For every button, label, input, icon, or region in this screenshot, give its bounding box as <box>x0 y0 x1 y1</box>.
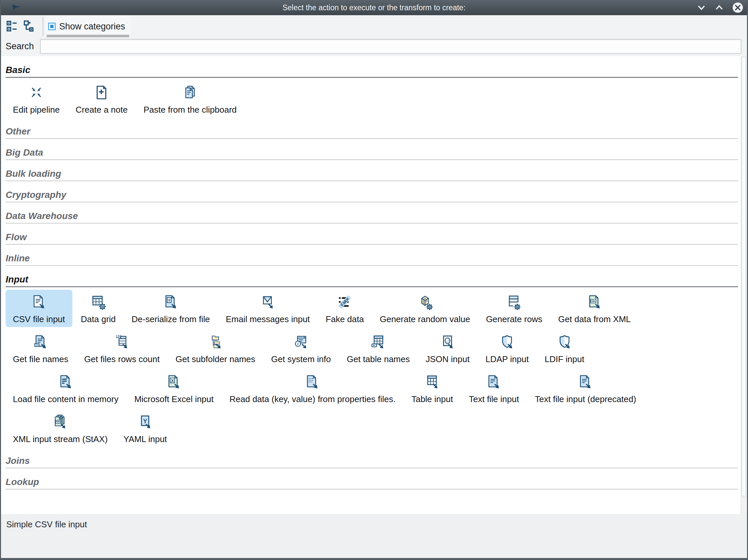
search-input[interactable] <box>40 39 741 54</box>
checkbox-checked-icon[interactable] <box>48 22 56 30</box>
item-label: Generate rows <box>486 314 542 324</box>
category-header-data-warehouse[interactable]: Data Warehouse <box>6 211 738 221</box>
item-get-subfolder-names[interactable]: Get subfolder names <box>168 330 262 367</box>
item-label: Table input <box>412 394 453 405</box>
tree-view-icon[interactable] <box>22 19 37 34</box>
item-read-data-key-value-from-properties-files[interactable]: Read data (key, value) from properties f… <box>222 370 403 407</box>
category-flow: Flow <box>6 232 738 244</box>
tab-underline <box>47 35 129 37</box>
category-big-data: Big Data <box>6 147 738 160</box>
status-bar: Simple CSV file input <box>1 514 747 558</box>
item-load-file-content-in-memory[interactable]: Load file content in memory <box>6 370 125 407</box>
category-bulk-loading: Bulk loading <box>6 169 738 181</box>
item-get-file-names[interactable]: Get file names <box>6 330 76 367</box>
chevron-up-icon[interactable] <box>714 3 725 12</box>
ldap-input-icon <box>499 334 515 351</box>
item-table-input[interactable]: Table input <box>404 370 461 407</box>
item-paste-from-the-clipboard[interactable]: Paste from the clipboard <box>136 80 244 118</box>
xml-input-stream-stax-icon: XML <box>52 414 68 431</box>
category-header-basic[interactable]: Basic <box>6 65 738 75</box>
status-text: Simple CSV file input <box>1 514 747 530</box>
item-text-file-input-deprecated[interactable]: Text file input (deprecated) <box>528 370 643 407</box>
item-create-a-note[interactable]: Create a note <box>68 80 135 118</box>
item-ldap-input[interactable]: LDAP input <box>478 330 536 367</box>
dialog-window: Select the action to execute or the tran… <box>0 0 748 560</box>
item-row: XMLXML input stream (StAX)YYAML input <box>6 410 738 447</box>
category-header-joins[interactable]: Joins <box>6 456 738 466</box>
category-header-other[interactable]: Other <box>6 126 738 137</box>
item-label: Get data from XML <box>558 314 631 324</box>
search-row: Search <box>1 39 747 54</box>
scrollbar-thumb[interactable] <box>742 57 746 496</box>
item-fake-data[interactable]: FakeFake data <box>318 290 371 327</box>
item-get-system-info[interactable]: iGet system info <box>264 330 338 367</box>
category-header-big-data[interactable]: Big Data <box>6 147 738 158</box>
category-other: Other <box>6 126 738 139</box>
category-basic: BasicEdit pipelineCreate a notePaste fro… <box>6 65 738 118</box>
item-label: Get subfolder names <box>176 354 255 364</box>
item-microsoft-excel-input[interactable]: XMicrosoft Excel input <box>127 370 221 407</box>
item-text-file-input[interactable]: Text file input <box>462 370 526 407</box>
get-file-names-icon <box>33 334 49 351</box>
item-label: CSV file input <box>13 314 65 324</box>
item-label: Get table names <box>347 354 410 364</box>
top-band: Show categories Search <box>1 15 747 56</box>
text-file-input-icon <box>486 374 502 391</box>
item-label: Text file input <box>469 394 519 405</box>
category-header-lookup[interactable]: Lookup <box>6 477 738 487</box>
chevron-down-icon[interactable] <box>696 3 707 12</box>
item-csv-file-input[interactable]: CSV file input <box>6 290 72 327</box>
toolbar-separator <box>43 17 43 36</box>
item-json-input[interactable]: JSON input <box>418 330 477 367</box>
item-email-messages-input[interactable]: Email messages input <box>218 290 317 327</box>
scrollbar[interactable] <box>741 56 747 514</box>
category-divider <box>6 181 738 181</box>
json-input-icon <box>440 334 455 351</box>
get-table-names-icon <box>370 334 386 351</box>
item-row: Edit pipelineCreate a notePaste from the… <box>6 80 738 118</box>
svg-text:X: X <box>171 378 174 383</box>
item-data-grid[interactable]: Data grid <box>74 290 123 327</box>
item-row: Load file content in memoryXMicrosoft Ex… <box>6 370 738 407</box>
item-label: Get file names <box>13 354 68 364</box>
category-header-inline[interactable]: Inline <box>6 253 738 264</box>
category-divider <box>6 223 738 223</box>
category-joins: Joins <box>6 456 738 468</box>
item-get-data-from-xml[interactable]: XMLGet data from XML <box>551 290 638 327</box>
category-divider <box>6 202 738 202</box>
item-label: Fake data <box>326 314 364 324</box>
item-label: Load file content in memory <box>13 394 118 405</box>
create-note-icon <box>94 84 110 101</box>
category-cryptography: Cryptography <box>6 190 738 202</box>
paste-clipboard-icon <box>182 84 198 101</box>
item-generate-random-value[interactable]: Generate random value <box>373 290 477 327</box>
list-view-icon[interactable] <box>5 19 20 34</box>
get-data-from-xml-icon: XML <box>587 294 603 311</box>
item-label: Paste from the clipboard <box>143 105 237 115</box>
dialog-title: Select the action to execute or the tran… <box>1 0 747 15</box>
get-subfolder-names-icon <box>208 334 224 351</box>
item-generate-rows[interactable]: Generate rows <box>478 290 550 327</box>
category-header-flow[interactable]: Flow <box>6 232 738 243</box>
category-input: InputCSV file inputData grid#De-serializ… <box>6 274 738 447</box>
category-header-bulk-loading[interactable]: Bulk loading <box>6 169 738 179</box>
category-divider <box>6 139 738 139</box>
item-xml-input-stream-stax[interactable]: XMLXML input stream (StAX) <box>6 410 115 447</box>
close-icon[interactable] <box>732 2 744 14</box>
item-label: YAML input <box>124 434 167 444</box>
item-label: Text file input (deprecated) <box>535 394 636 405</box>
read-properties-file-icon <box>304 374 320 391</box>
item-yaml-input[interactable]: YYAML input <box>116 410 174 447</box>
item-get-files-rows-count[interactable]: 123Get files rows count <box>77 330 167 367</box>
item-label: Data grid <box>81 314 116 324</box>
item-edit-pipeline[interactable]: Edit pipeline <box>6 80 67 118</box>
category-header-input[interactable]: Input <box>6 274 738 285</box>
show-categories-toggle[interactable]: Show categories <box>45 15 131 38</box>
category-header-cryptography[interactable]: Cryptography <box>6 190 738 200</box>
item-ldif-input[interactable]: LDIF input <box>537 330 592 367</box>
item-label: JSON input <box>426 354 470 364</box>
item-get-table-names[interactable]: Get table names <box>340 330 417 367</box>
item-de-serialize-from-file[interactable]: #De-serialize from file <box>124 290 217 327</box>
category-divider <box>6 489 738 489</box>
titlebar[interactable]: Select the action to execute or the tran… <box>1 0 747 15</box>
